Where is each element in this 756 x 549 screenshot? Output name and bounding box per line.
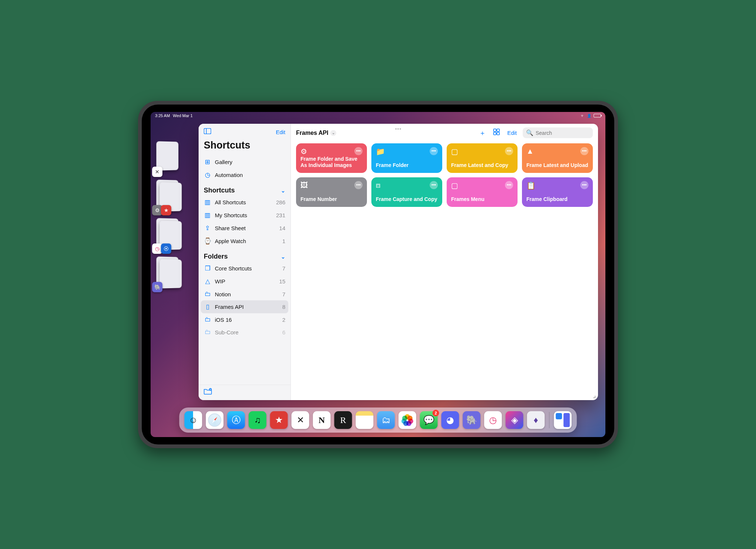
user-icon: 👤 — [587, 114, 591, 118]
tile-more-button[interactable]: ••• — [430, 147, 438, 155]
dock-recent-split[interactable] — [554, 411, 572, 429]
sidebar-item-share-sheet[interactable]: ⇪ Share Sheet 14 — [199, 222, 291, 235]
section-header-folders[interactable]: Folders ⌄ — [199, 248, 291, 262]
shortcut-tile[interactable]: ▲•••Frame Latest and Upload — [522, 143, 593, 173]
sidebar-toggle-icon[interactable] — [204, 128, 211, 136]
tile-more-button[interactable]: ••• — [505, 181, 513, 189]
sidebar-item-all-shortcuts[interactable]: ▥ All Shortcuts 286 — [199, 196, 291, 209]
sidebar-item-count: 231 — [276, 212, 285, 218]
shortcut-tile[interactable]: ⧈•••Frame Capture and Copy — [371, 177, 442, 207]
sidebar-folder-wip[interactable]: △ WIP 15 — [199, 275, 291, 288]
window-resize-handle-icon[interactable]: ⌟ — [593, 391, 596, 399]
sidebar-edit-button[interactable]: Edit — [276, 129, 285, 135]
tile-label: Frame Folder — [376, 162, 438, 168]
search-icon: 🔍 — [526, 129, 533, 136]
dock-app-todoist[interactable]: ★ — [270, 411, 288, 429]
shortcut-tile[interactable]: ⚙•••Frame Folder and Save As Individual … — [296, 143, 367, 173]
dock-app-safari[interactable] — [206, 411, 224, 429]
sidebar-item-label: All Shortcuts — [215, 199, 246, 205]
dock-app-mimestream[interactable]: ✕ — [292, 411, 309, 429]
window-multitask-dots-icon[interactable]: ••• — [395, 126, 402, 132]
sidebar-item-automation[interactable]: ◷ Automation — [199, 168, 291, 181]
tile-glyph-icon: ⧈ — [376, 181, 381, 190]
sidebar-folder-sub-core[interactable]: 🗀 Sub-Core 6 — [199, 326, 291, 338]
ivory-icon: 🐘 — [152, 282, 162, 292]
shortcuts-app-window: ••• ⌟ Edit Shortcuts ⊞ Gallery — [199, 124, 598, 400]
sidebar-item-label: WIP — [215, 278, 225, 284]
tile-glyph-icon: 🖼 — [300, 181, 308, 190]
svg-rect-6 — [497, 132, 499, 135]
dock-app-notes[interactable] — [356, 411, 374, 429]
dock-app-discord[interactable]: ◕ — [441, 411, 459, 429]
sidebar-item-count: 7 — [282, 291, 285, 297]
dock-app-readwise[interactable]: R — [334, 411, 352, 429]
battery-icon — [594, 114, 601, 117]
dock-app-finder[interactable]: ☺ — [185, 411, 202, 429]
stage-pile-3[interactable]: ◷ ⦿ — [154, 218, 181, 252]
dock-app-notion[interactable]: N — [313, 411, 331, 429]
search-input[interactable] — [536, 130, 598, 136]
new-folder-button[interactable] — [204, 388, 212, 396]
compass-icon — [208, 413, 221, 427]
search-field[interactable]: 🔍 🎤 — [523, 127, 593, 138]
dock-app-photos[interactable] — [399, 411, 416, 429]
mimestream-icon: ✕ — [152, 167, 162, 177]
view-grid-button[interactable] — [492, 129, 501, 137]
content-area: Frames API ⌄ ＋ Edit 🔍 🎤 — [291, 124, 598, 400]
sidebar-item-apple-watch[interactable]: ⌚ Apple Watch 1 — [199, 235, 291, 248]
sidebar-item-label: iOS 16 — [215, 317, 232, 323]
watch-icon: ⌚ — [204, 237, 211, 245]
sidebar-item-gallery[interactable]: ⊞ Gallery — [199, 156, 291, 168]
dock-app-spotify[interactable]: ♫ — [249, 411, 267, 429]
folder-title-dropdown[interactable]: Frames API ⌄ — [296, 130, 336, 136]
gallery-icon: ⊞ — [204, 158, 211, 166]
tile-more-button[interactable]: ••• — [354, 147, 362, 155]
tile-more-button[interactable]: ••• — [580, 147, 588, 155]
dock-app-obsidian[interactable]: ♦ — [527, 411, 545, 429]
section-header-shortcuts[interactable]: Shortcuts ⌄ — [199, 181, 291, 196]
tile-more-button[interactable]: ••• — [354, 181, 362, 189]
warning-icon: △ — [204, 277, 211, 285]
ipad-screen: 3:25 AM Wed Mar 1 ᯤ 👤 ✕ ⚙ ★ — [151, 112, 605, 437]
dock-separator — [549, 412, 550, 428]
sidebar-item-count: 14 — [279, 225, 285, 231]
sidebar-folder-frames-api[interactable]: ▯ Frames API 8 — [201, 300, 288, 313]
section-label: Folders — [204, 253, 228, 260]
status-bar: 3:25 AM Wed Mar 1 ᯤ 👤 — [151, 112, 605, 119]
stage-pile-2[interactable]: ⚙ ★ — [154, 180, 181, 213]
sidebar-item-label: Share Sheet — [215, 225, 245, 231]
sidebar-folder-core-shortcuts[interactable]: ❒ Core Shortcuts 7 — [199, 262, 291, 275]
sidebar-item-count: 7 — [282, 265, 285, 272]
shortcut-tile[interactable]: 📋•••Frame Clipboard — [522, 177, 593, 207]
todoist-icon: ★ — [161, 205, 171, 215]
tile-glyph-icon: ⚙ — [300, 147, 307, 156]
shortcut-tile[interactable]: 📁•••Frame Folder — [371, 143, 442, 173]
dock-app-timery[interactable]: ◷ — [484, 411, 502, 429]
sidebar-item-my-shortcuts[interactable]: ▥ My Shortcuts 231 — [199, 209, 291, 222]
add-shortcut-button[interactable]: ＋ — [478, 129, 487, 137]
dock-app-messages[interactable]: 💬 2 — [420, 411, 438, 429]
svg-rect-5 — [494, 132, 496, 135]
tile-more-button[interactable]: ••• — [580, 181, 588, 189]
stage-manager-strip: ✕ ⚙ ★ ◷ ⦿ 🐘 — [154, 141, 181, 290]
sidebar-item-count: 15 — [279, 278, 285, 284]
edit-grid-button[interactable]: Edit — [506, 130, 518, 136]
shortcut-tile[interactable]: 🖼•••Frame Number — [296, 177, 367, 207]
stage-pile-4[interactable]: 🐘 — [154, 257, 181, 290]
folder-icon: 🗀 — [204, 316, 211, 323]
tile-glyph-icon: ▲ — [526, 147, 534, 156]
dock-app-shortcuts[interactable]: ◈ — [506, 411, 523, 429]
dock-app-appstore[interactable]: Ⓐ — [227, 411, 245, 429]
sidebar-item-count: 286 — [276, 199, 285, 205]
tile-more-button[interactable]: ••• — [430, 181, 438, 189]
folder-title-label: Frames API — [296, 130, 328, 136]
dock-app-files[interactable]: 🗂 — [377, 411, 395, 429]
tile-more-button[interactable]: ••• — [505, 147, 513, 155]
shortcut-tile[interactable]: ▢•••Frames Menu — [447, 177, 518, 207]
sidebar-folder-ios16[interactable]: 🗀 iOS 16 2 — [199, 313, 291, 326]
sidebar-item-count: 1 — [282, 238, 285, 244]
shortcut-tile[interactable]: ▢•••Frame Latest and Copy — [447, 143, 518, 173]
dock-app-ivory[interactable]: 🐘 — [463, 411, 481, 429]
sidebar-folder-notion[interactable]: 🗀 Notion 7 — [199, 288, 291, 300]
stage-pile-1[interactable]: ✕ — [154, 141, 181, 175]
